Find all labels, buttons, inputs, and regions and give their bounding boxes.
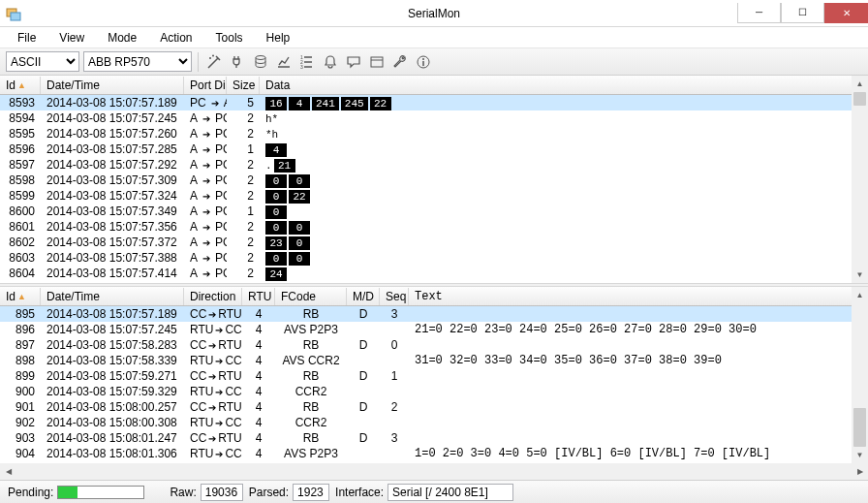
protocol-select[interactable]: ABB RP570	[83, 51, 192, 72]
table-row[interactable]: 85982014-03-08 15:07:57.309A ➔ PC200	[0, 173, 868, 188]
col-rtu[interactable]: RTU	[242, 288, 275, 305]
col-datetime[interactable]: Date/Time	[41, 77, 184, 94]
svg-point-3	[212, 54, 214, 56]
raw-grid-scrollbar[interactable]: ▲ ▼	[852, 76, 868, 283]
parsed-packet-grid: Id▲ Date/Time Direction RTU FCode M/D Se…	[0, 287, 868, 463]
table-row[interactable]: 85932014-03-08 15:07:57.189PC ➔ A5164241…	[0, 95, 868, 110]
table-row[interactable]: 85952014-03-08 15:07:57.260A ➔ PC2*h	[0, 126, 868, 141]
menu-view[interactable]: View	[49, 29, 94, 47]
parsed-grid-scrollbar[interactable]: ▲ ▼	[852, 287, 868, 463]
raw-packet-grid: Id▲ Date/Time Port Dir Size Data 8593201…	[0, 76, 868, 283]
scroll-right-icon[interactable]: ▶	[852, 463, 868, 480]
pending-progress	[57, 486, 144, 499]
chart-icon[interactable]	[274, 52, 294, 72]
scroll-up-icon[interactable]: ▲	[852, 287, 868, 303]
col-text[interactable]: Text	[409, 288, 868, 305]
svg-rect-8	[371, 57, 383, 67]
svg-text:3: 3	[300, 64, 303, 70]
bell-icon[interactable]	[321, 52, 340, 72]
col-md[interactable]: M/D	[347, 288, 380, 305]
parsed-label: Parsed:	[249, 486, 289, 499]
scroll-up-icon[interactable]: ▲	[852, 76, 868, 92]
raw-value-field[interactable]	[201, 484, 243, 501]
col-size[interactable]: Size	[227, 77, 260, 94]
window-icon[interactable]	[367, 52, 387, 72]
menu-tools[interactable]: Tools	[206, 29, 253, 47]
scroll-down-icon[interactable]: ▼	[852, 267, 868, 283]
interface-value-field[interactable]	[388, 484, 513, 501]
parsed-grid-header[interactable]: Id▲ Date/Time Direction RTU FCode M/D Se…	[0, 287, 868, 306]
titlebar: SerialMon ─ ☐ ✕	[0, 0, 868, 27]
svg-rect-1	[11, 13, 20, 20]
table-row[interactable]: 9022014-03-08 15:08:00.308RTU➔CC4CCR2	[0, 415, 868, 430]
table-row[interactable]: 8992014-03-08 15:07:59.271CC➔RTU4RBD1	[0, 368, 868, 384]
menu-file[interactable]: File	[8, 29, 46, 47]
col-direction[interactable]: Direction	[184, 288, 242, 305]
pending-label: Pending:	[8, 486, 53, 499]
table-row[interactable]: 85972014-03-08 15:07:57.292A ➔ PC2.21	[0, 157, 868, 173]
wrench-icon[interactable]	[390, 52, 410, 72]
menu-mode[interactable]: Mode	[98, 29, 146, 47]
svg-point-10	[422, 58, 424, 60]
table-row[interactable]: 9012014-03-08 15:08:00.257CC➔RTU4RBD2	[0, 399, 868, 415]
maximize-button[interactable]: ☐	[781, 3, 824, 23]
table-row[interactable]: 9042014-03-08 15:08:01.306RTU➔CC4AVS P2P…	[0, 446, 868, 461]
table-row[interactable]: 86002014-03-08 15:07:57.349A ➔ PC10	[0, 204, 868, 219]
col-data[interactable]: Data	[260, 77, 868, 94]
table-row[interactable]: 85962014-03-08 15:07:57.285A ➔ PC14	[0, 141, 868, 157]
col-datetime[interactable]: Date/Time	[41, 288, 184, 305]
sort-asc-icon: ▲	[17, 292, 26, 301]
menu-action[interactable]: Action	[150, 29, 202, 47]
toolbar: ASCII ABB RP570 123	[0, 48, 868, 76]
table-row[interactable]: 8952014-03-08 15:07:57.189CC➔RTU4RBD3	[0, 306, 868, 322]
interface-label: Interface:	[335, 486, 384, 499]
svg-point-4	[256, 55, 265, 59]
table-row[interactable]: 8962014-03-08 15:07:57.245RTU➔CC4AVS P2P…	[0, 322, 868, 337]
menu-help[interactable]: Help	[257, 29, 300, 47]
menubar: File View Mode Action Tools Help	[0, 27, 868, 48]
statusbar: Pending: Raw: Parsed: Interface:	[0, 480, 868, 503]
sort-asc-icon: ▲	[17, 80, 26, 90]
col-id: Id▲	[0, 288, 41, 305]
parsed-value-field[interactable]	[293, 484, 329, 501]
table-row[interactable]: 9032014-03-08 15:08:01.247CC➔RTU4RBD3	[0, 430, 868, 446]
table-row[interactable]: 86022014-03-08 15:07:57.372A ➔ PC2230	[0, 235, 868, 250]
close-button[interactable]: ✕	[824, 3, 868, 23]
col-seq[interactable]: Seq	[380, 288, 409, 305]
horizontal-scrollbar[interactable]: ◀ ▶	[0, 463, 868, 480]
table-row[interactable]: 85942014-03-08 15:07:57.245A ➔ PC2h*	[0, 110, 868, 126]
col-portdir[interactable]: Port Dir	[184, 77, 227, 94]
table-row[interactable]: 8982014-03-08 15:07:58.339RTU➔CC4AVS CCR…	[0, 353, 868, 368]
col-fcode[interactable]: FCode	[275, 288, 347, 305]
toolbar-separator	[198, 52, 199, 72]
scroll-left-icon[interactable]: ◀	[0, 463, 16, 480]
table-row[interactable]: 9002014-03-08 15:07:59.329RTU➔CC4CCR2	[0, 384, 868, 399]
col-id: Id▲	[0, 77, 41, 94]
raw-label: Raw:	[170, 486, 196, 499]
table-row[interactable]: 8972014-03-08 15:07:58.283CC➔RTU4RBD0	[0, 337, 868, 353]
plug-icon[interactable]	[228, 52, 247, 72]
comment-icon[interactable]	[344, 52, 363, 72]
svg-point-2	[209, 57, 211, 59]
raw-grid-header[interactable]: Id▲ Date/Time Port Dir Size Data	[0, 76, 868, 95]
scroll-down-icon[interactable]: ▼	[852, 447, 868, 463]
minimize-button[interactable]: ─	[737, 3, 781, 23]
list-icon[interactable]: 123	[297, 52, 317, 72]
table-row[interactable]: 85992014-03-08 15:07:57.324A ➔ PC2022	[0, 188, 868, 204]
info-icon[interactable]	[414, 52, 433, 72]
database-icon[interactable]	[251, 52, 270, 72]
encoding-select[interactable]: ASCII	[6, 51, 79, 72]
table-row[interactable]: 86012014-03-08 15:07:57.356A ➔ PC200	[0, 219, 868, 235]
wand-icon[interactable]	[204, 52, 224, 72]
table-row[interactable]: 86032014-03-08 15:07:57.388A ➔ PC200	[0, 250, 868, 266]
table-row[interactable]: 86042014-03-08 15:07:57.414A ➔ PC224	[0, 266, 868, 281]
app-icon	[0, 6, 27, 21]
